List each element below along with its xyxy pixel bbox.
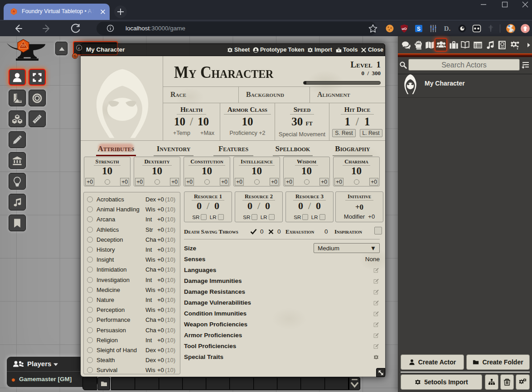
svg-text:S: S — [417, 26, 421, 32]
svg-text:20: 20 — [21, 43, 25, 48]
svg-text:D.: D. — [444, 25, 451, 32]
svg-text:uO: uO — [401, 27, 406, 31]
